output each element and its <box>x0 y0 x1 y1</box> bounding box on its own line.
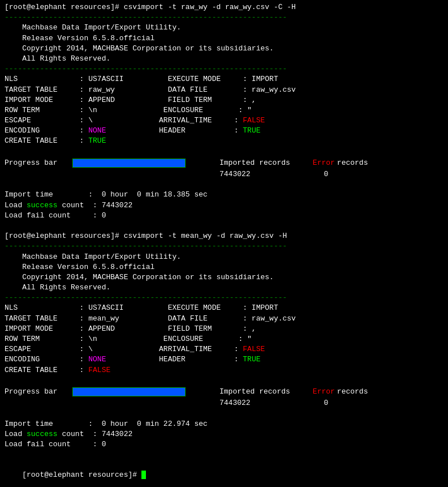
session1-config-create: CREATE TABLE : TRUE <box>5 136 443 146</box>
session2-header4: All Rights Reserved. <box>5 283 443 293</box>
session1-sep1: ----------------------------------------… <box>5 12 443 23</box>
session1-load-fail: Load fail count : 0 <box>5 211 443 221</box>
session2-config-escape: ESCAPE : \ ARRIVAL_TIME : FALSE <box>5 344 443 354</box>
session1-load-success: Load success count : 7443022 <box>5 200 443 211</box>
session1-prompt: [root@elephant resources]# csvimport -t … <box>5 2 443 12</box>
session1-config-import: IMPORT MODE : APPEND FIELD TERM : , <box>5 95 443 105</box>
session2-import-time: Import time : 0 hour 0 min 22.974 sec <box>5 419 443 429</box>
session1-import-time: Import time : 0 hour 0 min 18.385 sec <box>5 190 443 200</box>
session2-records-label2: records <box>337 387 368 397</box>
session1-header1: Machbase Data Import/Export Utility. <box>5 23 443 33</box>
session2-config-import: IMPORT MODE : APPEND FIELD TERM : , <box>5 324 443 334</box>
session2-progress-fill <box>73 388 185 396</box>
session1-header4: All Rights Reserved. <box>5 54 443 64</box>
session1-blank2 <box>5 180 443 190</box>
session1-config-row: ROW TERM : \n ENCLOSURE : " <box>5 105 443 116</box>
session1-records-label2: records <box>337 158 368 168</box>
session1-config-encoding: ENCODING : NONE HEADER : TRUE <box>5 126 443 136</box>
session1-stats-row: 7443022 0 <box>5 169 443 180</box>
session2-config-target: TARGET TABLE : mean_wy DATA FILE : raw_w… <box>5 314 443 324</box>
session2-progress-bar <box>72 387 186 396</box>
session2-load-fail: Load fail count : 0 <box>5 439 443 450</box>
session1-blank1 <box>5 147 443 157</box>
session2-header3: Copyright 2014, MACHBASE Corporation or … <box>5 272 443 283</box>
session1-config-escape: ESCAPE : \ ARRIVAL_TIME : FALSE <box>5 116 443 126</box>
session2-imported-count: 7443022 <box>219 398 251 408</box>
session2-config-encoding: ENCODING : NONE HEADER : TRUE <box>5 354 443 365</box>
session1-progress-row: Progress bar Imported records Error reco… <box>5 158 443 168</box>
session2-error-count: 0 <box>324 398 329 408</box>
session2-load-success: Load success count : 7443022 <box>5 429 443 439</box>
session2-sep1: ----------------------------------------… <box>5 241 443 251</box>
final-prompt-text: [root@elephant resources]# <box>22 471 141 479</box>
cursor <box>141 471 146 479</box>
session1-progress-fill <box>73 159 185 167</box>
blank-between <box>5 221 443 231</box>
session1-imported-count: 7443022 <box>219 169 251 180</box>
session1-header3: Copyright 2014, MACHBASE Corporation or … <box>5 44 443 54</box>
session2-config-create: CREATE TABLE : FALSE <box>5 365 443 375</box>
session1-progress-label: Progress bar <box>5 158 72 168</box>
session2-header2: Release Version 6.5.8.official <box>5 262 443 272</box>
session2-sep2: ----------------------------------------… <box>5 293 443 303</box>
session1-progress-bar <box>72 159 186 168</box>
session1-header2: Release Version 6.5.8.official <box>5 33 443 44</box>
session1-error-label: Error <box>313 158 335 168</box>
session2-header1: Machbase Data Import/Export Utility. <box>5 252 443 262</box>
session2-stats-row: 7443022 0 <box>5 398 443 408</box>
session2-config-nls: NLS : US7ASCII EXECUTE MODE : IMPORT <box>5 303 443 313</box>
session2-progress-row: Progress bar Imported records Error reco… <box>5 387 443 397</box>
terminal: [root@elephant resources]# csvimport -t … <box>5 2 443 487</box>
session1-imported-label: Imported records <box>219 158 290 168</box>
session2-blank2 <box>5 408 443 418</box>
session1-error-count: 0 <box>324 169 329 180</box>
session2-prompt: [root@elephant resources]# csvimport -t … <box>5 231 443 241</box>
final-blank <box>5 450 443 460</box>
session1-config-nls: NLS : US7ASCII EXECUTE MODE : IMPORT <box>5 74 443 84</box>
session1-sep2: ----------------------------------------… <box>5 64 443 74</box>
session2-config-row: ROW TERM : \n ENCLOSURE : " <box>5 334 443 344</box>
session2-imported-label: Imported records <box>219 387 290 397</box>
session2-blank1 <box>5 375 443 386</box>
final-prompt-line: [root@elephant resources]# <box>5 460 443 487</box>
session2-error-label: Error <box>313 387 335 397</box>
session2-progress-label: Progress bar <box>5 387 72 397</box>
session1-config-target: TARGET TABLE : raw_wy DATA FILE : raw_wy… <box>5 85 443 95</box>
